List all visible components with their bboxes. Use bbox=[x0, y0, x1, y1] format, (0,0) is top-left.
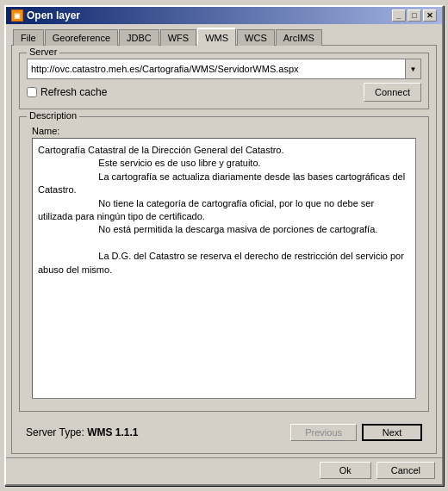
refresh-cache-checkbox[interactable] bbox=[27, 87, 37, 97]
title-bar: ▣ Open layer _ □ ✕ bbox=[6, 7, 442, 24]
tab-bar: File Georeference JDBC WFS WMS WCS ArcIM… bbox=[11, 28, 437, 46]
bottom-bar: Server Type: WMS 1.1.1 Previous Next bbox=[19, 419, 429, 446]
server-section-label: Server bbox=[27, 47, 59, 57]
main-window: ▣ Open layer _ □ ✕ File Georeference JDB… bbox=[4, 5, 444, 486]
server-type-value: WMS 1.1.1 bbox=[87, 426, 138, 438]
tab-arcims[interactable]: ArcIMS bbox=[276, 29, 322, 46]
tab-wms[interactable]: WMS bbox=[197, 28, 236, 46]
close-button[interactable]: ✕ bbox=[423, 9, 437, 22]
previous-button[interactable]: Previous bbox=[290, 424, 357, 441]
name-row: Name: bbox=[27, 122, 421, 138]
navigation-buttons: Previous Next bbox=[290, 424, 422, 441]
url-dropdown-button[interactable]: ▼ bbox=[405, 59, 420, 78]
footer: Ok Cancel bbox=[6, 457, 442, 484]
maximize-button[interactable]: □ bbox=[408, 9, 421, 22]
server-type-info: Server Type: WMS 1.1.1 bbox=[26, 426, 139, 438]
refresh-cache-label: Refresh cache bbox=[40, 86, 107, 98]
tab-jdbc[interactable]: JDBC bbox=[119, 29, 159, 46]
title-controls: _ □ ✕ bbox=[392, 9, 437, 22]
title-bar-left: ▣ Open layer bbox=[11, 9, 80, 22]
window-icon: ▣ bbox=[11, 9, 23, 22]
name-label: Name: bbox=[32, 126, 59, 136]
window-content: File Georeference JDBC WFS WMS WCS ArcIM… bbox=[6, 24, 442, 457]
url-wrapper: ▼ bbox=[27, 59, 421, 79]
next-button[interactable]: Next bbox=[362, 424, 422, 441]
connect-button[interactable]: Connect bbox=[364, 83, 421, 102]
cancel-button[interactable]: Cancel bbox=[376, 462, 435, 479]
tab-wfs[interactable]: WFS bbox=[160, 29, 196, 46]
url-input[interactable] bbox=[28, 59, 405, 78]
description-box: Description Name: Cartografía Catastral … bbox=[19, 116, 429, 412]
ok-button[interactable]: Ok bbox=[320, 462, 371, 479]
tab-wcs[interactable]: WCS bbox=[237, 29, 275, 46]
refresh-cache-row: Refresh cache bbox=[27, 86, 107, 98]
tab-georeference[interactable]: Georeference bbox=[45, 29, 118, 46]
tab-content-wms: Server ▼ Refresh cache Connect bbox=[11, 45, 437, 454]
description-section-label: Description bbox=[27, 110, 79, 121]
description-section: Description Name: Cartografía Catastral … bbox=[19, 116, 429, 412]
window-title: Open layer bbox=[27, 9, 80, 22]
tab-file[interactable]: File bbox=[13, 29, 44, 46]
checkbox-connect-row: Refresh cache Connect bbox=[27, 83, 421, 102]
server-type-label: Server Type: bbox=[26, 426, 84, 438]
minimize-button[interactable]: _ bbox=[392, 9, 406, 22]
server-section: Server ▼ Refresh cache Connect bbox=[19, 53, 429, 109]
description-text: Cartografía Catastral de la Dirección Ge… bbox=[32, 138, 416, 399]
server-url-row: ▼ bbox=[27, 59, 421, 79]
